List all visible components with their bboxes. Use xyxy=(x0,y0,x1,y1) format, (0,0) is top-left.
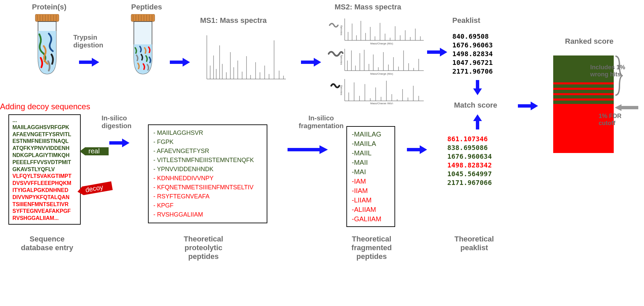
insilico-frag-label: In-silico fragmentation xyxy=(294,114,348,130)
arrow-frag-to-peaklist xyxy=(407,145,427,155)
protein-tube-graphic xyxy=(32,14,62,75)
sequence-db-box: ...MAIILAGGHSVRFGPKAFAEVNGETFYSRVITLESTN… xyxy=(8,114,81,225)
peaklist-label: Peaklist xyxy=(452,16,480,25)
svg-text:Intensity: Intensity xyxy=(340,25,343,35)
arrow-ms2-to-peaklist xyxy=(427,47,447,57)
theo-proteolytic-label: Theoretical proteolytic peptides xyxy=(170,235,237,261)
fdr-cutoff-label: 1% FDR cutoff xyxy=(599,113,639,127)
arrow-proteins-to-peptides xyxy=(79,57,99,67)
includes-wrong-hits-label: Includes 1% wrong hits xyxy=(590,64,641,78)
real-tag: real xyxy=(79,145,109,159)
ms2-spectra-graphic: Mass/Charge (M/z) Intensity Mass/Charge … xyxy=(328,17,425,104)
ms1-spectrum-graphic xyxy=(200,32,288,84)
decoy-tag: decoy xyxy=(76,179,115,200)
svg-text:Mass/Charge (M/z): Mass/Charge (M/z) xyxy=(370,102,393,104)
experimental-peaklist: 840.695081676.960631498.828341047.967212… xyxy=(452,32,493,76)
theo-frag-box: -MAIILAG-MAIILA-MAIIL-MAII-MAI-IAM-IIAM-… xyxy=(346,126,395,227)
insilico-dig-label: In-silico digestion xyxy=(102,114,139,130)
ranked-label: Ranked score xyxy=(565,37,613,46)
arrow-peaklist-down xyxy=(472,80,483,95)
peptides-label: Peptides xyxy=(131,3,162,11)
svg-rect-0 xyxy=(35,14,59,22)
proteins-label: Protein(s) xyxy=(32,3,67,11)
fdr-arrow xyxy=(615,104,638,111)
peptide-tube-graphic xyxy=(128,14,158,75)
theoretical-peaklist: 861.107346838.6950861676.9606341498.8283… xyxy=(447,135,492,187)
ms1-label: MS1: Mass spectra xyxy=(200,16,267,25)
arrow-ms1-to-ms2 xyxy=(301,57,321,67)
seq-db-entry-label: Sequence database entry xyxy=(18,235,76,252)
svg-text:Mass/Charge (M/z): Mass/Charge (M/z) xyxy=(370,72,393,75)
adding-decoy-label: Adding decoy sequences xyxy=(0,102,90,111)
theo-peptides-box: - MAIILAGGHSVR- FGPK- AFAEVNGETFYSR- VIT… xyxy=(148,124,267,223)
match-score-label: Match score xyxy=(454,101,497,110)
svg-text:Intensity: Intensity xyxy=(340,85,343,95)
theo-frag-label: Theoretical fragmented peptides xyxy=(336,235,407,261)
trypsin-label: Trypsin digestion xyxy=(73,34,110,49)
arrow-seqdb-to-peptides xyxy=(109,138,129,148)
svg-text:Intensity: Intensity xyxy=(340,55,343,65)
arrow-peptides-to-ms1 xyxy=(170,57,190,67)
svg-rect-9 xyxy=(131,14,155,22)
svg-text:Mass/Charge (M/z): Mass/Charge (M/z) xyxy=(370,42,393,45)
arrow-theopeaklist-up xyxy=(472,114,483,129)
theo-peaklist-label: Theoretical peaklist xyxy=(441,235,508,252)
arrow-pep-to-frag xyxy=(288,145,328,155)
arrow-match-to-ranked xyxy=(518,101,538,111)
ms2-label: MS2: Mass spectra xyxy=(335,3,401,11)
